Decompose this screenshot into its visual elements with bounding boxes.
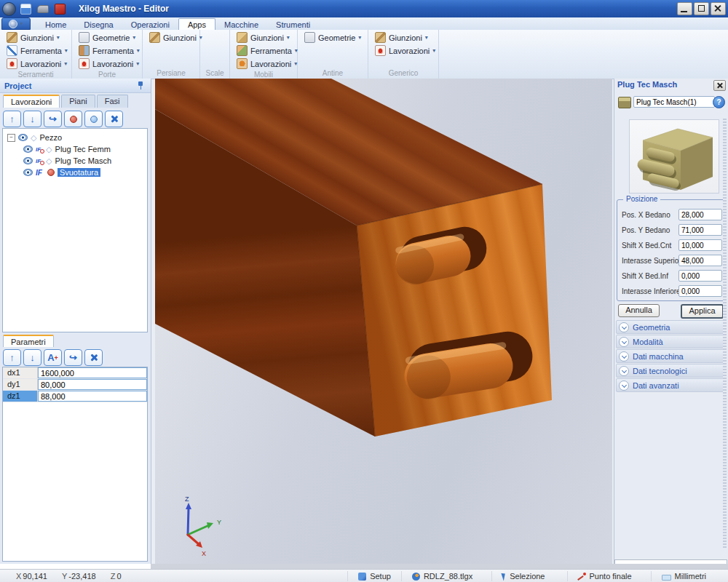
tree-item-svuotatura[interactable]: IF Svuotatura	[3, 167, 147, 178]
move-up-button[interactable]: ↑	[3, 111, 21, 127]
mobili-giunzioni-button[interactable]: Giunzioni▾	[234, 31, 293, 44]
applica-button[interactable]: Applica	[681, 304, 724, 319]
generico-giunzioni-button[interactable]: Giunzioni▾	[373, 31, 434, 44]
save-icon[interactable]	[20, 4, 31, 15]
application-menu-button[interactable]: ▾	[1, 17, 31, 30]
operation-name-input[interactable]	[633, 96, 715, 108]
porte-lavorazioni-button[interactable]: Lavorazioni▾	[76, 57, 138, 70]
visibility-eye-icon[interactable]	[18, 134, 28, 141]
if-condition-icon: IF	[36, 158, 41, 164]
if-condition-icon: IF	[36, 146, 41, 153]
lamp-off-button[interactable]	[64, 111, 82, 127]
param-value-input[interactable]	[38, 379, 147, 390]
param-value-input[interactable]	[38, 367, 147, 378]
axis-triad: Z Y X	[185, 495, 221, 557]
visibility-eye-icon[interactable]	[23, 146, 33, 153]
visibility-eye-icon[interactable]	[23, 169, 33, 176]
tab-strumenti[interactable]: Strumenti	[267, 19, 319, 30]
panel-close-icon[interactable]	[713, 80, 726, 91]
app-logo-icon[interactable]	[2, 2, 16, 16]
coord-x-value: 90,141	[23, 572, 47, 581]
pos-x-bedano-input[interactable]	[678, 209, 722, 220]
shift-x-bed-inf-input[interactable]	[678, 270, 722, 282]
section-dati-avanzati[interactable]: Dati avanzati	[616, 378, 727, 392]
tab-operazioni[interactable]: Operazioni	[122, 19, 178, 30]
generico-lavorazioni-button[interactable]: Lavorazioni▾	[373, 44, 434, 57]
tab-macchine[interactable]: Macchine	[215, 19, 267, 30]
mobili-ferramenta-button[interactable]: Ferramenta▾	[234, 44, 293, 57]
workpiece-3d-beam[interactable]: Z Y X	[155, 79, 612, 564]
restore-button[interactable]	[694, 2, 709, 15]
tab-home[interactable]: Home	[36, 19, 75, 30]
serramenti-lavorazioni-button[interactable]: Lavorazioni▾	[4, 57, 67, 70]
bottom-strip	[0, 564, 728, 569]
param-name[interactable]: dx1	[3, 367, 38, 378]
tab-parametri[interactable]: Parametri	[3, 335, 54, 347]
undo-icon[interactable]	[37, 5, 49, 13]
tab-lavorazioni[interactable]: Lavorazioni	[3, 95, 60, 108]
file-icon	[412, 573, 420, 581]
axis-y-label: Y	[217, 519, 221, 526]
tree-item-plug-tec-masch[interactable]: IF ◇ Plug Tec Masch	[3, 155, 147, 167]
section-geometria[interactable]: Geometria	[616, 320, 727, 334]
status-setup[interactable]: Setup	[347, 571, 401, 581]
close-button[interactable]	[711, 2, 726, 15]
ribbon-group-generico: Giunzioni▾ Lavorazioni▾ Generico	[368, 30, 439, 79]
tab-fasi[interactable]: Fasi	[97, 95, 128, 108]
field-shift-x-bed-cnt: Shift X Bed.Cnt	[622, 239, 724, 251]
param-export-button[interactable]: ↪	[64, 349, 82, 366]
section-dati-macchina[interactable]: Dati macchina	[616, 349, 727, 363]
antine-geometrie-button[interactable]: Geometrie▾	[302, 31, 363, 44]
param-down-button[interactable]: ↓	[23, 349, 41, 366]
geometrie-icon	[79, 32, 90, 43]
cursor-coordinates: X90,141 Y-23,418 Z0	[16, 572, 173, 581]
param-name[interactable]: dy1	[3, 379, 38, 390]
interasse-superiore-input[interactable]	[678, 255, 722, 266]
status-punto-finale[interactable]: Punto finale	[567, 571, 651, 581]
section-modalita[interactable]: Modalità	[616, 335, 727, 348]
serramenti-giunzioni-button[interactable]: Giunzioni▾	[4, 31, 67, 44]
collapse-icon[interactable]: −	[7, 134, 15, 142]
lavorazioni-tree: − ◇ Pezzo IF ◇ Plug Tec Femm IF ◇ Plug T…	[2, 128, 148, 332]
shift-x-bed-cnt-input[interactable]	[678, 239, 722, 251]
export-button[interactable]: ↪	[44, 111, 62, 127]
tab-piani[interactable]: Piani	[61, 95, 95, 108]
pos-y-bedano-input[interactable]	[678, 224, 722, 236]
param-up-button[interactable]: ↑	[3, 349, 21, 366]
field-label: Shift X Bed.Inf	[622, 272, 668, 280]
status-selezione[interactable]: Selezione	[491, 571, 566, 581]
tab-apps[interactable]: Apps	[178, 18, 215, 30]
porte-geometrie-button[interactable]: Geometrie▾	[76, 31, 138, 44]
tree-item-pezzo[interactable]: − ◇ Pezzo	[3, 132, 147, 143]
tree-item-plug-tec-femm[interactable]: IF ◇ Plug Tec Femm	[3, 143, 147, 155]
persiane-giunzioni-button[interactable]: Giunzioni▾	[147, 31, 195, 44]
document-icon[interactable]	[55, 4, 66, 15]
viewport-3d[interactable]: Z Y X	[155, 79, 612, 564]
param-row[interactable]: dy1	[3, 379, 147, 391]
param-row[interactable]: dz1	[3, 391, 147, 402]
serramenti-ferramenta-button[interactable]: Ferramenta▾	[4, 44, 67, 57]
delete-button[interactable]	[105, 111, 123, 127]
help-icon[interactable]: ?	[713, 96, 725, 108]
param-row[interactable]: dx1	[3, 367, 147, 379]
section-dati-tecnologici[interactable]: Dati tecnologici	[616, 364, 727, 378]
tab-disegna[interactable]: Disegna	[75, 19, 122, 30]
param-delete-button[interactable]	[84, 349, 103, 366]
move-down-button[interactable]: ↓	[23, 111, 41, 127]
field-shift-x-bed-inf: Shift X Bed.Inf	[622, 270, 724, 282]
visibility-eye-icon[interactable]	[23, 157, 33, 164]
porte-ferramenta-button[interactable]: Ferramenta▾	[76, 44, 138, 57]
mobili-lavorazioni-button[interactable]: Lavorazioni▾	[234, 57, 293, 70]
annulla-button[interactable]: Annulla	[618, 304, 660, 317]
pin-icon[interactable]	[138, 81, 143, 89]
status-millimetri[interactable]: Millimetri	[651, 571, 728, 581]
panel-scrollbar[interactable]	[723, 119, 727, 549]
interasse-inferiore-input[interactable]	[678, 285, 722, 297]
param-value-input[interactable]	[38, 391, 147, 402]
chevron-down-icon: ▾	[132, 34, 135, 41]
minimize-button[interactable]	[677, 2, 692, 15]
param-name-selected[interactable]: dz1	[3, 391, 38, 402]
lamp-on-button[interactable]	[84, 111, 103, 127]
add-param-button[interactable]: A+	[44, 349, 62, 366]
status-filename[interactable]: RDLZ_88.tlgx	[401, 571, 491, 581]
